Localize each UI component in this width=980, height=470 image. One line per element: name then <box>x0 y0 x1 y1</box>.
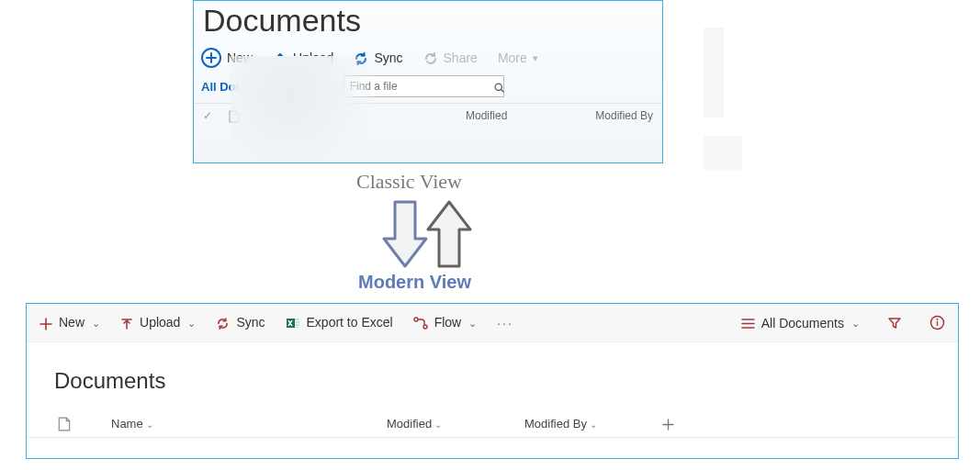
upload-icon <box>120 315 133 330</box>
search-box[interactable] <box>344 75 504 97</box>
new-label: New <box>59 315 84 330</box>
chevron-down-icon: ⌄ <box>434 420 442 430</box>
library-title: Documents <box>194 1 662 44</box>
column-name[interactable]: Name⌄ <box>111 417 387 431</box>
sync-button[interactable]: Sync <box>354 50 402 65</box>
new-button[interactable]: New ⌄ <box>39 315 100 330</box>
export-excel-button[interactable]: Export to Excel <box>286 315 393 330</box>
search-input[interactable] <box>344 78 493 95</box>
svg-point-7 <box>414 318 418 321</box>
classic-view-panel: Documents New Upload Sync Share <box>193 0 663 163</box>
label-classic-view: Classic View <box>356 170 462 194</box>
column-name-label: Name <box>111 417 143 431</box>
filter-icon[interactable] <box>887 315 902 330</box>
new-button[interactable]: New <box>201 48 253 68</box>
chevron-down-icon: ⌄ <box>146 420 153 430</box>
export-label: Export to Excel <box>307 315 393 330</box>
file-type-icon <box>229 109 242 123</box>
upload-icon <box>273 50 287 65</box>
modern-view-panel: New ⌄ Upload ⌄ Sync Export to Excel <box>26 303 959 459</box>
svg-rect-5 <box>295 324 299 326</box>
select-all-checkbox[interactable]: ✓ <box>203 109 216 122</box>
column-name[interactable]: Name <box>254 109 453 122</box>
svg-point-8 <box>423 325 427 329</box>
column-modified[interactable]: Modified <box>466 109 567 122</box>
decorative-block <box>704 28 724 118</box>
upload-label: Upload <box>293 50 333 65</box>
sync-icon <box>354 50 368 65</box>
share-icon <box>423 50 438 65</box>
sync-label: Sync <box>236 315 265 330</box>
svg-rect-3 <box>295 319 299 320</box>
flow-button[interactable]: Flow ⌄ <box>413 315 478 330</box>
chevron-down-icon: ⌄ <box>590 420 597 430</box>
svg-rect-4 <box>295 321 299 323</box>
chevron-down-icon: ▾ <box>533 52 538 64</box>
library-title: Documents <box>27 342 958 412</box>
svg-rect-11 <box>937 321 938 326</box>
upload-button[interactable]: Upload <box>273 50 333 65</box>
sync-label: Sync <box>374 50 402 65</box>
share-button[interactable]: Share <box>423 50 478 65</box>
new-label: New <box>227 50 253 65</box>
more-label: More <box>498 50 527 65</box>
file-type-column-icon <box>58 416 111 431</box>
add-column-button[interactable] <box>662 417 699 431</box>
sync-button[interactable]: Sync <box>216 315 265 330</box>
svg-rect-6 <box>295 327 299 328</box>
direction-arrows <box>377 197 478 271</box>
chevron-down-icon: ⌄ <box>92 318 100 330</box>
list-view-icon <box>741 316 755 330</box>
search-icon[interactable] <box>493 79 505 93</box>
flow-icon <box>413 315 428 330</box>
column-modified-by-label: Modified By <box>524 417 587 431</box>
classic-toolbar: New Upload Sync Share More ▾ <box>194 44 662 75</box>
column-modified[interactable]: Modified⌄ <box>387 417 524 431</box>
sync-icon <box>216 315 230 330</box>
view-selector[interactable]: All Documents ⌄ <box>741 316 860 330</box>
svg-point-10 <box>937 319 939 320</box>
view-menu-ellipsis-icon[interactable]: ••• <box>296 80 314 94</box>
classic-viewbar: All Documents ••• <box>194 75 662 103</box>
column-modified-by[interactable]: Modified By⌄ <box>524 417 662 431</box>
plus-circle-icon <box>201 48 221 68</box>
plus-icon <box>39 315 52 330</box>
svg-rect-0 <box>276 62 285 64</box>
chevron-down-icon: ⌄ <box>851 318 860 330</box>
modern-toolbar: New ⌄ Upload ⌄ Sync Export to Excel <box>27 304 958 342</box>
chevron-down-icon: ⌄ <box>468 318 477 330</box>
column-modified-by[interactable]: Modified By <box>580 109 653 122</box>
upload-button[interactable]: Upload ⌄ <box>120 315 196 330</box>
flow-label: Flow <box>434 315 462 330</box>
info-icon[interactable] <box>929 315 945 331</box>
more-button[interactable]: More ▾ <box>498 50 538 65</box>
excel-icon <box>286 315 300 330</box>
modern-column-headers: Name⌄ Modified⌄ Modified By⌄ <box>27 412 958 438</box>
column-modified-label: Modified <box>387 417 432 431</box>
upload-label: Upload <box>140 315 180 330</box>
decorative-block <box>704 136 742 171</box>
view-label: All Documents <box>761 316 844 330</box>
classic-column-headers: ✓ Name Modified Modified By <box>194 103 662 127</box>
share-label: Share <box>444 50 478 65</box>
current-view[interactable]: All Documents <box>201 80 285 94</box>
command-overflow-icon[interactable]: ··· <box>497 316 513 330</box>
label-modern-view: Modern View <box>358 272 471 293</box>
chevron-down-icon: ⌄ <box>187 318 196 330</box>
